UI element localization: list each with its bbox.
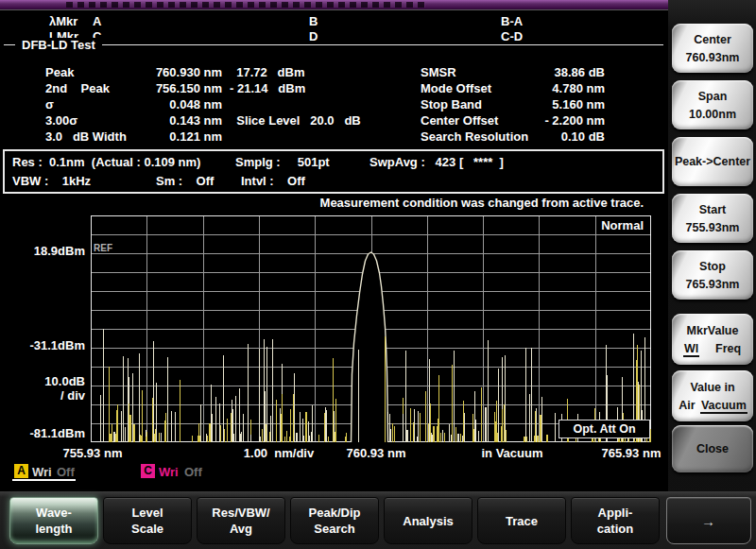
- marker-d-label: D: [309, 29, 318, 43]
- center-button[interactable]: Center 760.93nm: [672, 24, 753, 73]
- analysis-row-value: 4.780 nm: [454, 81, 605, 95]
- y-axis-bottom-label: -81.1dBm: [0, 426, 85, 440]
- peak-to-center-label: Peak->Center: [672, 155, 753, 168]
- stop-button[interactable]: Stop 765.93nm: [672, 250, 753, 300]
- close-button[interactable]: Close: [672, 425, 753, 472]
- center-button-value: 760.93nm: [672, 51, 753, 64]
- start-button-value: 755.93nm: [672, 221, 753, 234]
- span-button-value: 10.00nm: [672, 108, 753, 121]
- y-axis-ref-label: 18.9dBm: [0, 244, 85, 258]
- sweep-settings-box: Res : 0.1nm (Actual : 0.109 nm) Smplg : …: [3, 149, 664, 194]
- vbw-setting: VBW : 1kHz: [12, 174, 91, 188]
- section-rule: [4, 44, 663, 45]
- analysis-row-label: SMSR: [421, 65, 456, 79]
- softkey-sidebar: Center 760.93nm Span 10.00nm Peak->Cente…: [668, 0, 756, 549]
- analysis-row-value: 756.150 nm: [57, 81, 222, 95]
- analysis-row-value: 0.048 nm: [57, 97, 222, 112]
- analysis-row-value: 38.86 dB: [454, 65, 605, 79]
- function-key-bar: Wave- length Level Scale Res/VBW/ Avg Pe…: [0, 491, 756, 549]
- analysis-row-value: 5.160 nm: [454, 97, 605, 112]
- marker-value-button[interactable]: MkrValue Wl Freq: [672, 314, 753, 365]
- start-button-label: Start: [672, 203, 753, 216]
- marker-a-label: A: [93, 14, 101, 28]
- res-setting: Res : 0.1nm (Actual : 0.109 nm): [12, 155, 200, 169]
- tab-trace[interactable]: Trace: [477, 497, 566, 544]
- screen-top-divider: [0, 9, 668, 10]
- value-in-option-air[interactable]: Air: [678, 399, 696, 412]
- stop-button-label: Stop: [672, 260, 753, 273]
- smoothing-setting: Sm : Off: [156, 174, 214, 188]
- x-axis-stop-label: 765.93 nm: [602, 446, 662, 460]
- tab-peak-dip-search[interactable]: Peak/Dip Search: [290, 497, 379, 544]
- trace-c-mode: Wri: [159, 465, 179, 479]
- status-message: Measurement condition was changed from a…: [284, 196, 644, 210]
- x-axis-scale-label: 1.00 nm/div: [244, 446, 314, 460]
- center-button-label: Center: [672, 33, 753, 46]
- spectrum-plot: [91, 215, 651, 442]
- sampling-setting: Smplg : 501pt: [235, 155, 330, 169]
- x-axis-center-label: 760.93 nm: [347, 446, 406, 460]
- analysis-row-label: σ: [45, 97, 54, 112]
- trace-mode-label: Normal: [435, 218, 644, 232]
- more-keys-arrow-button[interactable]: →: [666, 497, 751, 544]
- marker-b-label: B: [309, 14, 318, 28]
- value-in-option-vacuum[interactable]: Vacuum: [700, 399, 747, 412]
- y-axis-scale-unit: / div: [0, 388, 85, 403]
- analysis-row-value: - 21.14 dBm: [230, 81, 305, 95]
- marker-cd-label: C-D: [501, 29, 523, 43]
- ref-level-label: REF: [94, 243, 112, 253]
- span-button[interactable]: Span 10.00nm: [672, 80, 753, 129]
- tab-level-scale[interactable]: Level Scale: [103, 497, 192, 544]
- analysis-row-value: 0.121 nm: [57, 129, 222, 144]
- marker-value-option-wl[interactable]: Wl: [683, 342, 699, 355]
- marker-value-option-freq[interactable]: Freq: [714, 342, 742, 355]
- analysis-row-value: 17.72 dBm: [230, 65, 304, 79]
- interval-setting: Intvl : Off: [241, 174, 305, 188]
- right-arrow-icon: →: [701, 513, 716, 529]
- span-button-label: Span: [672, 90, 753, 103]
- analysis-row-value: Slice Level 20.0 dB: [230, 113, 361, 128]
- marker-ba-label: B-A: [501, 14, 523, 28]
- section-title: DFB-LD Test: [15, 38, 102, 52]
- analysis-row-value: 0.143 nm: [57, 113, 222, 128]
- close-button-label: Close: [672, 442, 753, 455]
- trace-a-state: Off: [57, 465, 75, 479]
- trace-a-mode: Wri: [32, 465, 52, 479]
- start-button[interactable]: Start 755.93nm: [672, 194, 753, 243]
- trace-a-active-underline: [12, 479, 76, 481]
- x-axis-medium-label: in Vacuum: [481, 446, 542, 460]
- tab-res-vbw-avg[interactable]: Res/VBW/ Avg: [197, 497, 285, 544]
- peak-to-center-button[interactable]: Peak->Center: [672, 137, 753, 186]
- window-title-bar: [0, 0, 668, 9]
- x-axis-start-label: 755.93 nm: [63, 446, 123, 460]
- stop-button-value: 765.93nm: [672, 278, 753, 291]
- analysis-row-value: 0.10 dB: [454, 129, 605, 144]
- trace-c-badge[interactable]: C: [141, 464, 155, 478]
- value-in-label: Value in: [672, 381, 753, 394]
- tab-analysis[interactable]: Analysis: [384, 497, 472, 544]
- y-axis-scale-label: 10.0dB: [0, 374, 85, 388]
- osa-screen: 18:26:55 λMkr A B B-A LMkr C D C-D DFB-L…: [0, 0, 756, 549]
- marker-lambda-label: λMkr: [49, 14, 77, 28]
- value-in-button[interactable]: Value in Air Vacuum: [672, 370, 753, 421]
- spectrum-trace: [91, 215, 651, 442]
- optical-attenuator-badge: Opt. Att On: [558, 420, 650, 438]
- trace-c-state: Off: [184, 465, 202, 479]
- y-axis-mid-label: -31.1dBm: [0, 338, 85, 352]
- sweep-average: SwpAvg : 423 [ **** ]: [369, 155, 504, 169]
- marker-value-label: MkrValue: [672, 324, 753, 337]
- tab-application[interactable]: Appli- cation: [571, 497, 660, 544]
- analysis-row-value: 760.930 nm: [57, 65, 222, 79]
- analysis-row-value: - 2.200 nm: [454, 113, 605, 128]
- trace-a-badge[interactable]: A: [14, 464, 28, 478]
- tab-wavelength[interactable]: Wave- length: [9, 497, 98, 544]
